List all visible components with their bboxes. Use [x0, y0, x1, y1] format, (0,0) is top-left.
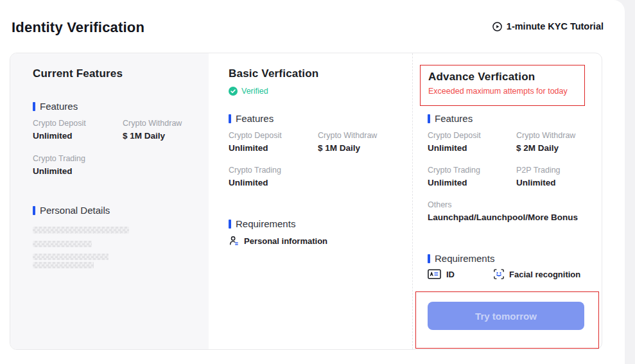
- section-label: Features: [40, 101, 78, 112]
- feature-label: Crypto Deposit: [428, 131, 481, 140]
- kyc-tutorial-link[interactable]: 1-minute KYC Tutorial: [492, 21, 604, 31]
- redacted-personal-detail: [33, 227, 129, 234]
- feature-label: Crypto Trading: [428, 166, 480, 175]
- basic-requirements-section: Requirements: [229, 218, 295, 229]
- section-accent-bar: [33, 206, 35, 215]
- section-label: Requirements: [435, 253, 494, 264]
- feature-label: Crypto Deposit: [229, 131, 282, 140]
- verification-card: Current Features Features Crypto Deposit…: [10, 53, 602, 350]
- feature-value: Unlimited: [516, 178, 556, 187]
- redacted-personal-detail: [33, 254, 109, 260]
- person-icon: [229, 236, 239, 246]
- personal-details-section: Personal Details: [33, 205, 110, 216]
- current-features-section: Features: [33, 101, 78, 112]
- feature-label: Crypto Withdraw: [123, 119, 182, 128]
- basic-verification-title: Basic Verfication: [229, 67, 318, 80]
- advance-requirements-section: Requirements: [428, 253, 494, 264]
- section-label: Features: [435, 113, 473, 124]
- advance-features-section: Features: [428, 113, 473, 124]
- requirement-label: Personal information: [244, 236, 327, 246]
- feature-value: $ 1M Daily: [318, 143, 360, 153]
- feature-label: P2P Trading: [516, 166, 561, 175]
- kyc-tutorial-label: 1-minute KYC Tutorial: [507, 21, 604, 31]
- section-label: Personal Details: [40, 205, 110, 216]
- feature-label: Crypto Withdraw: [318, 131, 377, 140]
- requirement-personal-information: Personal information: [229, 236, 327, 246]
- section-accent-bar: [428, 114, 430, 123]
- feature-label: Crypto Trading: [33, 154, 85, 163]
- requirement-id: ID: [428, 269, 455, 279]
- requirement-label: Facial recognition: [509, 270, 580, 279]
- feature-value: Unlimited: [428, 143, 467, 153]
- feature-value: Unlimited: [33, 166, 73, 176]
- basic-features-section: Features: [229, 113, 274, 124]
- feature-label: Crypto Trading: [229, 166, 281, 175]
- current-features-column: [10, 53, 209, 349]
- current-features-title: Current Features: [33, 67, 123, 80]
- play-circle-icon: [492, 22, 502, 31]
- id-card-icon: [428, 269, 441, 279]
- section-accent-bar: [229, 220, 231, 229]
- requirement-facial-recognition: Facial recognition: [494, 269, 580, 279]
- try-tomorrow-button[interactable]: Try tomorrow: [428, 302, 584, 330]
- face-scan-icon: [494, 269, 504, 279]
- annotation-box-title: Advance Verfication Exceeded maximum att…: [420, 65, 585, 106]
- section-label: Requirements: [236, 218, 295, 229]
- feature-value: $ 2M Daily: [516, 143, 559, 153]
- redacted-personal-detail: [33, 241, 92, 247]
- feature-value: Unlimited: [229, 143, 268, 153]
- advance-verification-title: Advance Verfication: [428, 71, 577, 83]
- page-title: Identity Verification: [12, 19, 144, 36]
- feature-value: Unlimited: [33, 131, 73, 141]
- feature-label: Crypto Withdraw: [516, 131, 575, 140]
- verified-status-badge: Verified: [229, 87, 268, 96]
- feature-label: Crypto Deposit: [33, 119, 86, 128]
- section-accent-bar: [428, 254, 430, 263]
- section-accent-bar: [33, 102, 35, 111]
- feature-value: Unlimited: [428, 178, 467, 187]
- attempts-error-message: Exceeded maximum attempts for today: [428, 87, 577, 96]
- feature-value: $ 1M Daily: [123, 131, 165, 141]
- annotation-box-button: Try tomorrow: [415, 291, 599, 349]
- verified-check-icon: [229, 87, 238, 96]
- main-panel: Identity Verification 1-minute KYC Tutor…: [0, 0, 625, 364]
- feature-value: Launchpad/Launchpool/More Bonus: [428, 212, 578, 222]
- section-accent-bar: [229, 114, 231, 123]
- redacted-personal-detail: [33, 262, 94, 268]
- section-label: Features: [236, 113, 274, 124]
- feature-label: Others: [428, 200, 452, 209]
- requirement-label: ID: [446, 270, 455, 279]
- feature-value: Unlimited: [229, 178, 268, 187]
- verified-status-label: Verified: [241, 87, 268, 96]
- page-background: Identity Verification 1-minute KYC Tutor…: [0, 0, 635, 364]
- column-divider: [412, 53, 413, 349]
